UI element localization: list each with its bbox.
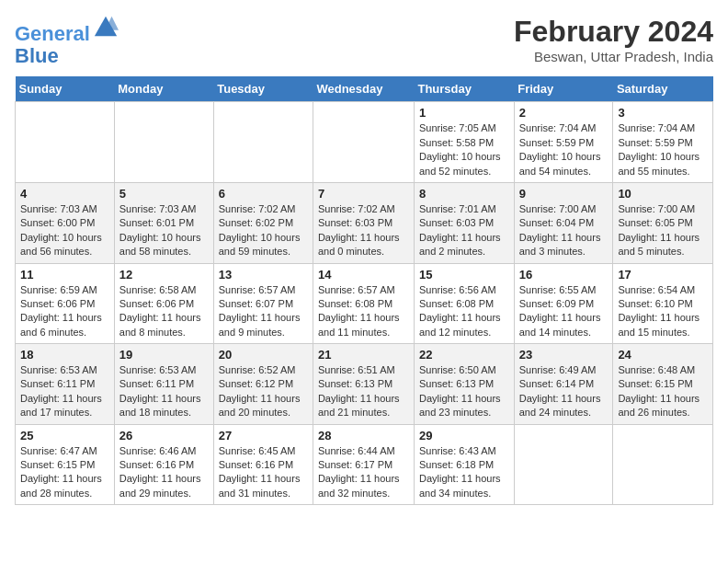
day-info: Sunrise: 6:49 AM Sunset: 6:14 PM Dayligh… [519,363,609,420]
day-number: 17 [618,268,708,282]
day-number: 4 [20,187,109,201]
day-info: Sunrise: 6:58 AM Sunset: 6:06 PM Dayligh… [119,283,209,340]
weekday-header-friday: Friday [514,76,613,102]
day-info: Sunrise: 6:44 AM Sunset: 6:17 PM Dayligh… [318,444,409,501]
logo-line2: Blue [15,44,59,67]
calendar-cell: 4Sunrise: 7:03 AM Sunset: 6:00 PM Daylig… [16,182,115,263]
day-number: 20 [219,348,308,362]
day-info: Sunrise: 6:46 AM Sunset: 6:16 PM Dayligh… [119,444,209,501]
calendar-cell: 19Sunrise: 6:53 AM Sunset: 6:11 PM Dayli… [114,344,213,425]
calendar-cell: 9Sunrise: 7:00 AM Sunset: 6:04 PM Daylig… [514,182,613,263]
calendar-cell: 17Sunrise: 6:54 AM Sunset: 6:10 PM Dayli… [613,263,713,344]
calendar-cell [213,102,313,183]
calendar-cell: 16Sunrise: 6:55 AM Sunset: 6:09 PM Dayli… [514,263,613,344]
day-number: 8 [419,187,509,201]
calendar-cell: 8Sunrise: 7:01 AM Sunset: 6:03 PM Daylig… [414,182,514,263]
logo-line1: General [15,22,90,45]
day-number: 23 [519,348,609,362]
week-row-1: 1Sunrise: 7:05 AM Sunset: 5:58 PM Daylig… [16,102,713,183]
day-number: 3 [618,106,708,120]
day-number: 2 [519,106,609,120]
calendar-cell: 3Sunrise: 7:04 AM Sunset: 5:59 PM Daylig… [613,102,713,183]
month-year: February 2024 [514,15,713,49]
day-number: 5 [119,187,209,201]
day-info: Sunrise: 7:03 AM Sunset: 6:01 PM Dayligh… [119,202,209,259]
location: Beswan, Uttar Pradesh, India [514,49,713,64]
calendar-cell: 14Sunrise: 6:57 AM Sunset: 6:08 PM Dayli… [313,263,414,344]
title-area: February 2024 Beswan, Uttar Pradesh, Ind… [514,15,713,64]
day-number: 10 [618,187,708,201]
day-number: 18 [20,348,109,362]
calendar-cell: 22Sunrise: 6:50 AM Sunset: 6:13 PM Dayli… [414,344,514,425]
calendar-cell: 15Sunrise: 6:56 AM Sunset: 6:08 PM Dayli… [414,263,514,344]
day-number: 25 [20,429,109,442]
calendar-cell: 6Sunrise: 7:02 AM Sunset: 6:02 PM Daylig… [213,182,313,263]
calendar-cell: 1Sunrise: 7:05 AM Sunset: 5:58 PM Daylig… [414,102,514,183]
day-info: Sunrise: 7:00 AM Sunset: 6:04 PM Dayligh… [519,202,609,259]
day-number: 29 [419,429,509,442]
day-info: Sunrise: 7:01 AM Sunset: 6:03 PM Dayligh… [419,202,509,259]
day-info: Sunrise: 7:04 AM Sunset: 5:59 PM Dayligh… [519,121,609,178]
day-number: 15 [419,268,509,282]
calendar-cell: 7Sunrise: 7:02 AM Sunset: 6:03 PM Daylig… [313,182,414,263]
weekday-header-saturday: Saturday [613,76,713,102]
page-header: General Blue February 2024 Beswan, Uttar… [15,15,713,67]
logo: General Blue [15,15,119,67]
day-info: Sunrise: 6:47 AM Sunset: 6:15 PM Dayligh… [20,444,109,501]
logo-icon [93,15,119,40]
calendar-cell: 5Sunrise: 7:03 AM Sunset: 6:01 PM Daylig… [114,182,213,263]
day-info: Sunrise: 6:54 AM Sunset: 6:10 PM Dayligh… [618,283,708,340]
calendar-cell: 10Sunrise: 7:00 AM Sunset: 6:05 PM Dayli… [613,182,713,263]
day-info: Sunrise: 7:00 AM Sunset: 6:05 PM Dayligh… [618,202,708,259]
calendar-cell: 29Sunrise: 6:43 AM Sunset: 6:18 PM Dayli… [414,424,514,505]
calendar-cell [16,102,115,183]
day-number: 9 [519,187,609,201]
day-info: Sunrise: 6:51 AM Sunset: 6:13 PM Dayligh… [318,363,409,420]
calendar-cell: 21Sunrise: 6:51 AM Sunset: 6:13 PM Dayli… [313,344,414,425]
calendar-cell [613,424,713,505]
day-info: Sunrise: 7:03 AM Sunset: 6:00 PM Dayligh… [20,202,109,259]
calendar-cell [514,424,613,505]
calendar-cell: 28Sunrise: 6:44 AM Sunset: 6:17 PM Dayli… [313,424,414,505]
week-row-4: 18Sunrise: 6:53 AM Sunset: 6:11 PM Dayli… [16,344,713,425]
calendar-table: SundayMondayTuesdayWednesdayThursdayFrid… [15,76,713,505]
day-info: Sunrise: 7:05 AM Sunset: 5:58 PM Dayligh… [419,121,509,178]
logo-text: General Blue [15,15,119,67]
calendar-cell [114,102,213,183]
calendar-cell: 27Sunrise: 6:45 AM Sunset: 6:16 PM Dayli… [213,424,313,505]
day-info: Sunrise: 7:02 AM Sunset: 6:02 PM Dayligh… [219,202,308,259]
day-number: 19 [119,348,209,362]
weekday-header-monday: Monday [114,76,213,102]
calendar-cell: 2Sunrise: 7:04 AM Sunset: 5:59 PM Daylig… [514,102,613,183]
day-number: 27 [219,429,308,442]
day-number: 24 [618,348,708,362]
day-number: 1 [419,106,509,120]
weekday-header-row: SundayMondayTuesdayWednesdayThursdayFrid… [16,76,713,102]
day-number: 7 [318,187,409,201]
calendar-cell: 12Sunrise: 6:58 AM Sunset: 6:06 PM Dayli… [114,263,213,344]
day-info: Sunrise: 6:50 AM Sunset: 6:13 PM Dayligh… [419,363,509,420]
weekday-header-sunday: Sunday [16,76,115,102]
day-info: Sunrise: 6:53 AM Sunset: 6:11 PM Dayligh… [20,363,109,420]
week-row-3: 11Sunrise: 6:59 AM Sunset: 6:06 PM Dayli… [16,263,713,344]
calendar-cell: 18Sunrise: 6:53 AM Sunset: 6:11 PM Dayli… [16,344,115,425]
day-info: Sunrise: 6:59 AM Sunset: 6:06 PM Dayligh… [20,283,109,340]
day-number: 26 [119,429,209,442]
calendar-cell: 25Sunrise: 6:47 AM Sunset: 6:15 PM Dayli… [16,424,115,505]
day-info: Sunrise: 6:45 AM Sunset: 6:16 PM Dayligh… [219,444,308,501]
day-info: Sunrise: 6:55 AM Sunset: 6:09 PM Dayligh… [519,283,609,340]
day-info: Sunrise: 6:43 AM Sunset: 6:18 PM Dayligh… [419,444,509,501]
calendar-cell: 11Sunrise: 6:59 AM Sunset: 6:06 PM Dayli… [16,263,115,344]
weekday-header-tuesday: Tuesday [213,76,313,102]
week-row-2: 4Sunrise: 7:03 AM Sunset: 6:00 PM Daylig… [16,182,713,263]
day-info: Sunrise: 6:57 AM Sunset: 6:07 PM Dayligh… [219,283,308,340]
day-number: 13 [219,268,308,282]
day-number: 16 [519,268,609,282]
day-number: 12 [119,268,209,282]
day-number: 22 [419,348,509,362]
day-info: Sunrise: 6:57 AM Sunset: 6:08 PM Dayligh… [318,283,409,340]
day-number: 14 [318,268,409,282]
calendar-cell: 24Sunrise: 6:48 AM Sunset: 6:15 PM Dayli… [613,344,713,425]
weekday-header-wednesday: Wednesday [313,76,414,102]
calendar-cell: 20Sunrise: 6:52 AM Sunset: 6:12 PM Dayli… [213,344,313,425]
